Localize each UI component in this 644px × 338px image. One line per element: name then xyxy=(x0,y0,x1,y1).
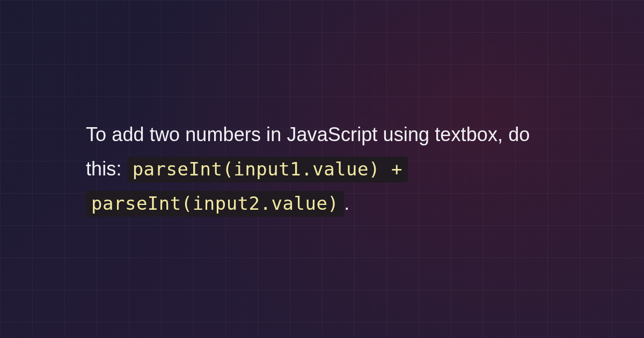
outro-text: . xyxy=(344,192,349,214)
code-snippet-line-1: parseInt(input1.value) + xyxy=(127,157,408,182)
article-snippet: To add two numbers in JavaScript using t… xyxy=(0,117,644,221)
code-snippet-line-2: parseInt(input2.value) xyxy=(86,191,344,217)
